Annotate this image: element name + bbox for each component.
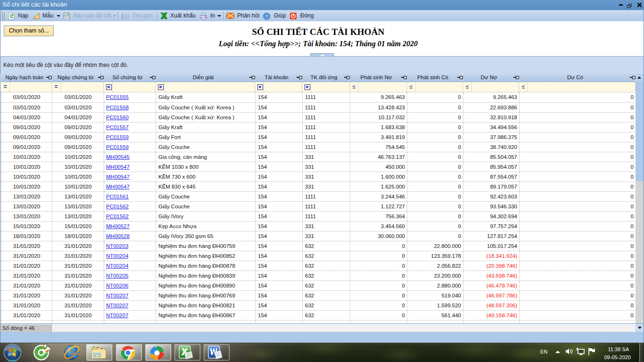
svg-text:?: ? xyxy=(265,14,268,19)
